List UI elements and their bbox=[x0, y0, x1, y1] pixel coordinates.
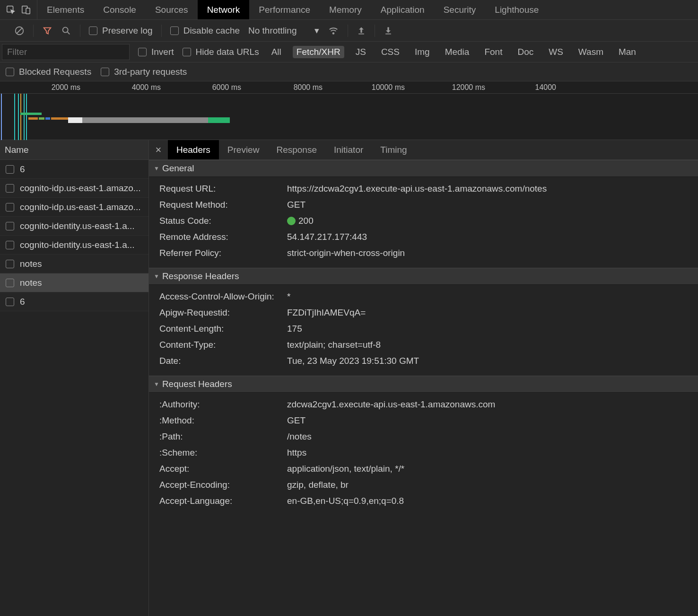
preserve-log-label: Preserve log bbox=[102, 26, 153, 36]
network-conditions-icon[interactable] bbox=[328, 26, 339, 36]
device-toggle-icon[interactable] bbox=[21, 5, 31, 15]
blocked-label: Blocked Requests bbox=[19, 67, 91, 77]
request-row[interactable]: notes bbox=[0, 255, 148, 273]
detail-tab-headers[interactable]: Headers bbox=[168, 140, 219, 159]
disable-cache-label: Disable cache bbox=[183, 26, 240, 36]
header-row: Request Method:GET bbox=[149, 197, 698, 213]
header-key: Accept: bbox=[159, 464, 287, 474]
request-row[interactable]: 6 bbox=[0, 160, 148, 179]
tab-memory[interactable]: Memory bbox=[320, 0, 371, 19]
header-row: Status Code:200 bbox=[149, 213, 698, 229]
document-icon bbox=[6, 241, 14, 249]
header-row: Access-Control-Allow-Origin:* bbox=[149, 289, 698, 305]
invert-checkbox[interactable]: Invert bbox=[138, 47, 174, 57]
close-detail-button[interactable]: × bbox=[149, 144, 168, 156]
header-key: Accept-Language: bbox=[159, 496, 287, 506]
upload-har-icon[interactable] bbox=[357, 26, 366, 35]
request-name: cognito-idp.us-east-1.amazo... bbox=[20, 202, 141, 212]
type-filter-css[interactable]: CSS bbox=[377, 46, 403, 58]
blocked-requests-checkbox[interactable]: Blocked Requests bbox=[6, 67, 91, 77]
tab-network[interactable]: Network bbox=[198, 0, 250, 19]
headers-sections: ▼GeneralRequest URL:https://zdcwa2cgv1.e… bbox=[149, 160, 698, 516]
header-value: GET bbox=[287, 415, 698, 426]
third-party-checkbox[interactable]: 3rd-party requests bbox=[101, 67, 187, 77]
section-header-request[interactable]: ▼Request Headers bbox=[149, 376, 698, 393]
tab-lighthouse[interactable]: Lighthouse bbox=[485, 0, 548, 19]
third-party-label: 3rd-party requests bbox=[114, 67, 187, 77]
type-filter-js[interactable]: JS bbox=[352, 46, 370, 58]
header-value: 54.147.217.177:443 bbox=[287, 232, 698, 242]
document-icon bbox=[6, 222, 14, 230]
header-value: 200 bbox=[287, 216, 698, 226]
timeline-ruler: 2000 ms4000 ms6000 ms8000 ms10000 ms1200… bbox=[0, 81, 698, 94]
clear-button[interactable] bbox=[14, 26, 25, 36]
header-row: Request URL:https://zdcwa2cgv1.execute-a… bbox=[149, 181, 698, 197]
header-key: Request URL: bbox=[159, 184, 287, 194]
request-row[interactable]: cognito-identity.us-east-1.a... bbox=[0, 217, 148, 236]
type-filter-media[interactable]: Media bbox=[441, 46, 473, 58]
tab-application[interactable]: Application bbox=[371, 0, 434, 19]
disable-cache-checkbox[interactable]: Disable cache bbox=[170, 26, 240, 36]
request-row[interactable]: cognito-idp.us-east-1.amazo... bbox=[0, 179, 148, 198]
header-row: :Path:/notes bbox=[149, 429, 698, 445]
document-icon bbox=[6, 298, 14, 306]
timeline-tick: 14000 bbox=[535, 83, 557, 92]
header-key: Content-Type: bbox=[159, 340, 287, 350]
type-filter-ws[interactable]: WS bbox=[545, 46, 567, 58]
download-har-icon[interactable] bbox=[384, 26, 393, 35]
tab-sources[interactable]: Sources bbox=[146, 0, 198, 19]
header-key: Status Code: bbox=[159, 216, 287, 226]
request-row[interactable]: notes bbox=[0, 273, 148, 292]
request-name: notes bbox=[20, 259, 42, 269]
header-row: Content-Type:text/plain; charset=utf-8 bbox=[149, 337, 698, 353]
detail-tab-preview[interactable]: Preview bbox=[219, 140, 268, 159]
hide-data-urls-checkbox[interactable]: Hide data URLs bbox=[183, 47, 259, 57]
header-value: Tue, 23 May 2023 19:51:30 GMT bbox=[287, 356, 698, 366]
tab-elements[interactable]: Elements bbox=[37, 0, 94, 19]
network-split: Name 6cognito-idp.us-east-1.amazo...cogn… bbox=[0, 140, 698, 616]
header-row: :Method:GET bbox=[149, 413, 698, 429]
header-key: Request Method: bbox=[159, 200, 287, 210]
header-value: application/json, text/plain, */* bbox=[287, 464, 698, 474]
extra-filters: Blocked Requests 3rd-party requests bbox=[0, 62, 698, 81]
header-row: Accept-Encoding:gzip, deflate, br bbox=[149, 477, 698, 493]
request-list-panel: Name 6cognito-idp.us-east-1.amazo...cogn… bbox=[0, 140, 149, 616]
detail-tab-response[interactable]: Response bbox=[268, 140, 325, 159]
preserve-log-checkbox[interactable]: Preserve log bbox=[89, 26, 153, 36]
inspect-element-icon[interactable] bbox=[6, 5, 16, 15]
type-filter-doc[interactable]: Doc bbox=[514, 46, 537, 58]
request-row[interactable]: cognito-idp.us-east-1.amazo... bbox=[0, 198, 148, 217]
section-header-response[interactable]: ▼Response Headers bbox=[149, 268, 698, 285]
name-column-header[interactable]: Name bbox=[0, 140, 148, 160]
type-filter-font[interactable]: Font bbox=[480, 46, 506, 58]
request-row[interactable]: cognito-identity.us-east-1.a... bbox=[0, 236, 148, 255]
disclosure-triangle-icon: ▼ bbox=[154, 273, 159, 280]
tab-performance[interactable]: Performance bbox=[249, 0, 320, 19]
type-filter-img[interactable]: Img bbox=[411, 46, 434, 58]
section-header-general[interactable]: ▼General bbox=[149, 160, 698, 177]
tab-console[interactable]: Console bbox=[94, 0, 146, 19]
header-row: Accept-Language:en-GB,en-US;q=0.9,en;q=0… bbox=[149, 493, 698, 509]
type-filter-fetchxhr[interactable]: Fetch/XHR bbox=[293, 46, 344, 58]
detail-tab-timing[interactable]: Timing bbox=[372, 140, 415, 159]
detail-tabs: × HeadersPreviewResponseInitiatorTiming bbox=[149, 140, 698, 160]
type-filter-all[interactable]: All bbox=[268, 46, 285, 58]
header-value: * bbox=[287, 291, 698, 302]
filter-input[interactable] bbox=[2, 44, 130, 60]
request-row[interactable]: 6 bbox=[0, 292, 148, 311]
document-icon bbox=[6, 165, 14, 174]
svg-point-4 bbox=[63, 27, 68, 32]
detail-tab-initiator[interactable]: Initiator bbox=[325, 140, 372, 159]
header-key: Access-Control-Allow-Origin: bbox=[159, 291, 287, 302]
timeline-body bbox=[0, 94, 698, 140]
throttling-dropdown[interactable]: No throttling ▾ bbox=[248, 25, 319, 36]
header-value: FZDiTjIhIAMEVqA= bbox=[287, 308, 698, 318]
search-icon[interactable] bbox=[61, 26, 71, 36]
filter-icon[interactable] bbox=[42, 26, 52, 36]
timeline-overview[interactable]: 2000 ms4000 ms6000 ms8000 ms10000 ms1200… bbox=[0, 81, 698, 140]
tab-security[interactable]: Security bbox=[434, 0, 486, 19]
type-filter-wasm[interactable]: Wasm bbox=[575, 46, 607, 58]
header-value: en-GB,en-US;q=0.9,en;q=0.8 bbox=[287, 496, 698, 506]
type-filter-man[interactable]: Man bbox=[615, 46, 640, 58]
header-row: Apigw-Requestid:FZDiTjIhIAMEVqA= bbox=[149, 305, 698, 321]
